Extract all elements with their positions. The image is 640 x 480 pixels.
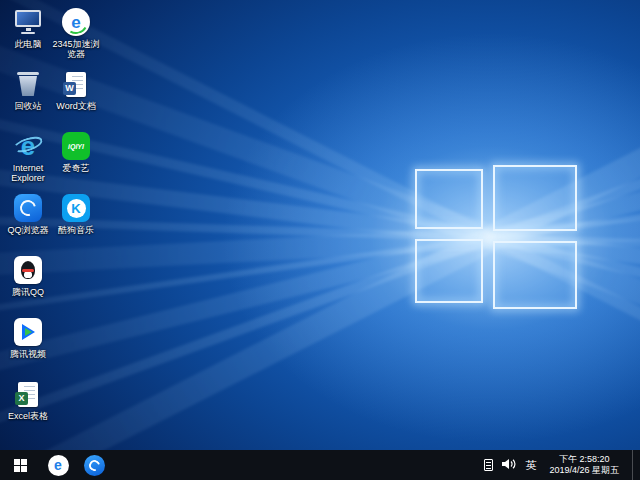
qq-browser-icon	[84, 455, 105, 476]
desktop-icon-tencent-video[interactable]: 腾讯视频	[4, 316, 52, 378]
desktop-icon-label: Excel表格	[4, 411, 52, 421]
2345-browser-icon: e	[60, 6, 92, 38]
excel-icon: X	[12, 378, 44, 410]
desktop-icon-label: 回收站	[4, 101, 52, 111]
desktop-icon-column-1: 此电脑 回收站 e Internet Explorer QQ浏览器	[4, 6, 52, 440]
desktop-icon-label: 酷狗音乐	[52, 225, 100, 235]
windows-logo-icon	[14, 459, 27, 472]
desktop-icon-kugou[interactable]: K 酷狗音乐	[52, 192, 100, 254]
desktop-icon-excel[interactable]: X Excel表格	[4, 378, 52, 440]
desktop-icon-label: 2345加速浏览器	[52, 39, 100, 60]
iqiyi-icon: iQIYI	[60, 130, 92, 162]
desktop-icon-2345-browser[interactable]: e 2345加速浏览器	[52, 6, 100, 68]
desktop: 此电脑 回收站 e Internet Explorer QQ浏览器	[4, 6, 100, 440]
taskbar-icon-qq-browser[interactable]	[80, 450, 108, 480]
this-pc-icon	[12, 6, 44, 38]
desktop-icon-recycle-bin[interactable]: 回收站	[4, 68, 52, 130]
taskbar: e 英 下午 2:58:20 2019/4/26 星期五	[0, 450, 640, 480]
2345-browser-icon: e	[48, 455, 69, 476]
tencent-video-icon	[12, 316, 44, 348]
speaker-icon	[502, 458, 516, 470]
tencent-qq-icon	[12, 254, 44, 286]
desktop-icon-label: 腾讯QQ	[4, 287, 52, 297]
qq-browser-icon	[12, 192, 44, 224]
desktop-icon-label: Word文档	[52, 101, 100, 111]
taskbar-icon-2345-browser[interactable]: e	[44, 450, 72, 480]
word-icon: W	[60, 68, 92, 100]
desktop-icon-column-2: e 2345加速浏览器 W Word文档 iQIYI 爱奇艺 K	[52, 6, 100, 440]
kugou-icon: K	[60, 192, 92, 224]
desktop-icon-label: QQ浏览器	[4, 225, 52, 235]
show-desktop-button[interactable]	[632, 450, 637, 480]
desktop-icon-this-pc[interactable]: 此电脑	[4, 6, 52, 68]
taskbar-clock[interactable]: 下午 2:58:20 2019/4/26 星期五	[545, 454, 623, 476]
start-button[interactable]	[0, 450, 40, 480]
desktop-icon-label: 爱奇艺	[52, 163, 100, 173]
clock-date: 2019/4/26 星期五	[549, 465, 619, 476]
volume-icon[interactable]	[502, 456, 516, 474]
clock-time: 下午 2:58:20	[549, 454, 619, 465]
desktop-icon-label: Internet Explorer	[4, 163, 52, 184]
desktop-icon-tencent-qq[interactable]: 腾讯QQ	[4, 254, 52, 316]
desktop-icon-internet-explorer[interactable]: e Internet Explorer	[4, 130, 52, 192]
desktop-icon-label: 腾讯视频	[4, 349, 52, 359]
desktop-icon-label: 此电脑	[4, 39, 52, 49]
system-tray: 英 下午 2:58:20 2019/4/26 星期五	[484, 450, 640, 480]
internet-explorer-icon: e	[12, 130, 44, 162]
language-indicator[interactable]: 英	[525, 458, 536, 473]
tray-app-icon[interactable]	[484, 459, 493, 471]
desktop-icon-qq-browser[interactable]: QQ浏览器	[4, 192, 52, 254]
recycle-bin-icon	[12, 68, 44, 100]
page-icon	[484, 459, 493, 471]
desktop-icon-iqiyi[interactable]: iQIYI 爱奇艺	[52, 130, 100, 192]
taskbar-pinned-icons: e	[44, 450, 108, 480]
desktop-icon-word[interactable]: W Word文档	[52, 68, 100, 130]
